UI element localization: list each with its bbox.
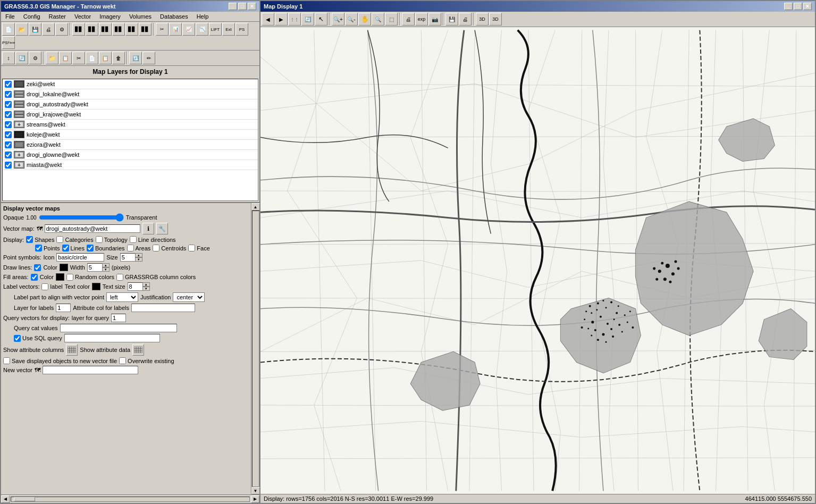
grassrgb-label[interactable]: GRASSRGB column colors [116, 274, 196, 281]
scroll-left-arrow[interactable]: ◀ [1, 495, 10, 503]
lines-checkbox-label[interactable]: Lines [62, 245, 85, 251]
tool-bar6[interactable]: ▊▊ [139, 23, 152, 36]
bottom-panel-scrollbar[interactable]: ▲ ▼ [251, 203, 259, 494]
tool-ps[interactable]: PS [235, 23, 248, 36]
layer-checkbox-6[interactable] [5, 131, 12, 138]
categories-checkbox[interactable] [56, 236, 63, 243]
tool-r2-8[interactable]: ✏ [142, 52, 155, 64]
save-checkbox[interactable] [3, 357, 10, 364]
text-size-value[interactable] [128, 282, 142, 291]
map-tool-camera[interactable]: 📷 [428, 13, 441, 26]
layer-checkbox-5[interactable] [5, 121, 12, 128]
menu-imagery[interactable]: Imagery [97, 13, 123, 20]
map-tool-zoomout[interactable]: 🔍- [345, 13, 358, 26]
face-checkbox[interactable] [188, 245, 195, 251]
layer-checkbox-9[interactable] [5, 162, 12, 169]
tool-new[interactable]: 📄 [2, 23, 15, 36]
points-checkbox-label[interactable]: Points [35, 245, 60, 251]
vector-map-input[interactable] [45, 224, 140, 233]
map-tool-pan[interactable]: ✋ [358, 13, 371, 26]
size-down-btn[interactable]: ▼ [135, 257, 142, 262]
tool-bar1[interactable]: ▊▊ [72, 23, 85, 36]
layer-checkbox-2[interactable] [5, 91, 12, 98]
scroll-track[interactable] [252, 211, 259, 487]
shapes-checkbox-label[interactable]: Shapes [26, 236, 54, 243]
minimize-button[interactable]: _ [229, 3, 237, 10]
menu-file[interactable]: File [3, 13, 17, 20]
map-tool-export[interactable]: exp [415, 13, 428, 26]
random-colors-checkbox[interactable] [66, 274, 73, 281]
map-tool-3d2[interactable]: 3D [489, 13, 502, 26]
map-minimize-button[interactable]: _ [784, 3, 793, 10]
sql-checkbox[interactable] [14, 335, 21, 342]
layer-checkbox-1[interactable] [5, 81, 12, 88]
map-tool-cursor[interactable]: ↖ [315, 13, 327, 26]
text-size-down-btn[interactable]: ▼ [142, 287, 150, 291]
text-size-up-btn[interactable]: ▲ [142, 282, 150, 287]
show-attr-data-button[interactable] [132, 344, 144, 356]
random-colors-label[interactable]: Random colors [66, 274, 114, 281]
areas-checkbox-label[interactable]: Areas [127, 245, 151, 251]
layer-item[interactable]: + drogi_glowne@wekt [3, 150, 258, 160]
linedirections-checkbox[interactable] [130, 236, 137, 243]
menu-volumes[interactable]: Volumes [127, 13, 154, 20]
menu-config[interactable]: Config [21, 13, 43, 20]
layer-item[interactable]: eziora@wekt [3, 140, 258, 150]
boundaries-checkbox-label[interactable]: Boundaries [87, 245, 125, 251]
map-tool-dots1[interactable]: ⋮⋮ [288, 13, 301, 26]
layer-item[interactable]: drogi_lokalne@wekt [3, 89, 258, 99]
tool-r2-2[interactable]: 🔄 [15, 52, 28, 64]
map-tool-fwd[interactable]: ▶ [275, 13, 288, 26]
map-tool-save[interactable]: 💾 [445, 13, 458, 26]
menu-raster[interactable]: Raster [47, 13, 68, 20]
centroids-checkbox-label[interactable]: Centroids [153, 245, 186, 251]
tool-r2-4[interactable]: 📁 [46, 52, 58, 64]
size-value[interactable] [120, 253, 135, 262]
width-value[interactable] [87, 263, 102, 272]
layer-item[interactable]: koleje@wekt [3, 130, 258, 140]
tool-r2-5[interactable]: 📋 [59, 52, 72, 64]
draw-lines-checkbox[interactable] [34, 264, 41, 271]
menu-help[interactable]: Help [195, 13, 211, 20]
layer-labels-input[interactable] [56, 304, 71, 312]
map-maximize-button[interactable]: □ [794, 3, 802, 10]
layer-checkbox-7[interactable] [5, 141, 12, 148]
maximize-button[interactable]: □ [238, 3, 247, 10]
map-tool-zoomin[interactable]: 🔍+ [332, 13, 344, 26]
layer-item[interactable]: zeki@wekt [3, 79, 258, 89]
map-canvas[interactable] [260, 27, 815, 494]
tool-print[interactable]: 🖨 [42, 23, 55, 36]
layer-item[interactable]: drogi_autostrady@wekt [3, 99, 258, 110]
layer-checkbox-4[interactable] [5, 111, 12, 118]
menu-databases[interactable]: Databases [158, 13, 190, 20]
overwrite-checkbox[interactable] [119, 357, 126, 364]
lines-checkbox[interactable] [62, 245, 69, 251]
map-tool-back[interactable]: ◀ [262, 13, 274, 26]
tool-chart2[interactable]: 📈 [182, 23, 195, 36]
query-cat-input[interactable] [60, 324, 177, 332]
width-down-btn[interactable]: ▼ [102, 267, 110, 272]
map-tool-select[interactable]: ⬚ [385, 13, 398, 26]
layer-checkbox-3[interactable] [5, 101, 12, 108]
map-tool-print[interactable]: 🖨 [402, 13, 415, 26]
vector-info-button[interactable]: ℹ [142, 223, 154, 234]
h-scroll-thumb[interactable] [14, 497, 35, 501]
layer-item[interactable]: drogi_krajowe@wekt [3, 110, 258, 120]
tool-r2-del[interactable]: 🗑 [112, 52, 125, 64]
tool-chart1[interactable]: 📊 [169, 23, 182, 36]
linedirections-checkbox-label[interactable]: Line directions [130, 236, 176, 243]
tool-r2-copy[interactable]: 📄 [86, 52, 98, 64]
shapes-checkbox[interactable] [26, 236, 33, 243]
scroll-right-arrow[interactable]: ▶ [251, 495, 259, 503]
size-up-btn[interactable]: ▲ [135, 253, 142, 257]
label-checkbox-input[interactable] [41, 283, 48, 290]
map-tool-3d1[interactable]: 3D [476, 13, 489, 26]
map-tool-query[interactable]: 🔍 [372, 13, 384, 26]
tool-r2-7[interactable]: 🔃 [129, 52, 142, 64]
topology-checkbox-label[interactable]: Topology [96, 236, 128, 243]
grassrgb-checkbox[interactable] [116, 274, 123, 281]
tool-bar4[interactable]: ▊▊ [112, 23, 125, 36]
fill-areas-checkbox[interactable] [31, 274, 38, 281]
label-align-select[interactable]: left center right [106, 292, 138, 302]
save-checkbox-label[interactable]: Save displayed objects to new vector fil… [3, 357, 117, 364]
